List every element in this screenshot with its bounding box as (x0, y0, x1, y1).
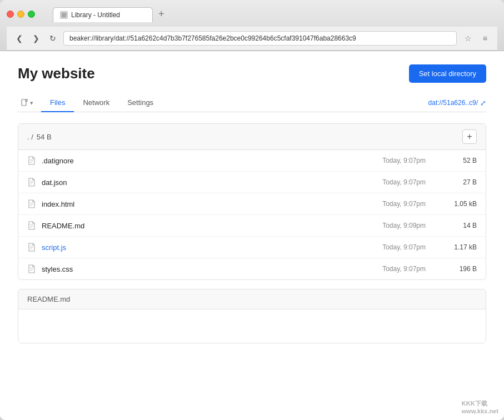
file-size: 1.17 kB (443, 243, 477, 251)
maximize-button[interactable] (28, 11, 35, 18)
table-row[interactable]: styles.css Today, 9:07pm 196 B (18, 258, 486, 279)
set-local-directory-button[interactable]: Set local directory (409, 64, 486, 83)
tab-favicon (60, 11, 68, 19)
file-name: dat.json (42, 178, 365, 187)
back-button[interactable]: ❮ (13, 33, 26, 44)
external-link-icon: ⤢ (480, 99, 486, 107)
file-name: index.html (42, 200, 365, 208)
dat-link-text: dat://51a626..c9/ (428, 99, 478, 107)
file-date: Today, 9:07pm (365, 157, 426, 164)
file-type-icon (27, 264, 36, 273)
file-browser: . / 54 B + .datignore Today, 9:07pm 52 B (18, 123, 486, 280)
page-title: My website (18, 65, 95, 82)
file-date: Today, 9:07pm (365, 243, 426, 251)
file-size: 14 B (443, 222, 477, 229)
traffic-lights (7, 11, 35, 18)
browser-window: Library - Untitled + ❮ ❯ ↻ beaker://libr… (0, 0, 504, 420)
file-type-icon (27, 243, 36, 252)
file-type-icon (27, 199, 36, 208)
minimize-button[interactable] (17, 11, 24, 18)
file-date: Today, 9:07pm (365, 178, 426, 186)
file-list: .datignore Today, 9:07pm 52 B dat.json T… (18, 150, 486, 279)
url-text: beaker://library/dat://51a6262c4d7b3b7f2… (69, 34, 356, 42)
watermark-line2: www.kkx.net (462, 408, 498, 414)
dat-link[interactable]: dat://51a626..c9/ ⤢ (428, 99, 486, 107)
file-icon-area[interactable]: ▾ (18, 94, 37, 112)
file-name: README.md (42, 222, 365, 230)
tabs-row: ▾ Files Network Settings dat://51a626..c… (18, 94, 486, 112)
file-date: Today, 9:07pm (365, 265, 426, 273)
address-bar: ❮ ❯ ↻ beaker://library/dat://51a6262c4d7… (7, 27, 497, 51)
file-date: Today, 9:09pm (365, 222, 426, 229)
path-info: . / 54 B (27, 133, 52, 141)
watermark: KKK下载 www.kkx.net (462, 399, 498, 414)
table-row[interactable]: script.js Today, 9:07pm 1.17 kB (18, 237, 486, 258)
page-content: My website Set local directory ▾ Files N… (0, 51, 504, 420)
chevron-icon[interactable]: ▾ (30, 99, 33, 107)
forward-button[interactable]: ❯ (30, 33, 42, 44)
table-row[interactable]: README.md Today, 9:09pm 14 B (18, 215, 486, 237)
readme-body (18, 309, 486, 343)
active-tab[interactable]: Library - Untitled (53, 7, 153, 22)
add-file-button[interactable]: + (462, 129, 477, 144)
tab-network[interactable]: Network (74, 94, 118, 112)
tab-files[interactable]: Files (41, 94, 74, 112)
document-icon (21, 99, 28, 107)
watermark-line1: KKK下载 (462, 399, 498, 408)
title-bar: Library - Untitled + ❮ ❯ ↻ beaker://libr… (0, 0, 504, 51)
page-header: My website Set local directory (18, 64, 486, 83)
table-row[interactable]: .datignore Today, 9:07pm 52 B (18, 150, 486, 172)
svg-rect-0 (62, 13, 66, 17)
file-browser-header: . / 54 B + (18, 124, 486, 150)
close-button[interactable] (7, 11, 14, 18)
file-size: 196 B (443, 265, 477, 273)
file-date: Today, 9:07pm (365, 200, 426, 208)
title-bar-top: Library - Untitled + (7, 6, 497, 22)
file-type-icon (27, 156, 36, 165)
file-name: .datignore (42, 157, 365, 165)
svg-rect-2 (26, 99, 27, 101)
readme-header: README.md (18, 289, 486, 309)
table-row[interactable]: dat.json Today, 9:07pm 27 B (18, 172, 486, 193)
new-tab-button[interactable]: + (153, 6, 170, 22)
table-row[interactable]: index.html Today, 9:07pm 1.05 kB (18, 193, 486, 215)
path-text: . / (27, 133, 33, 141)
menu-icon[interactable]: ≡ (480, 32, 491, 45)
file-name: styles.css (42, 265, 365, 273)
file-size: 27 B (443, 178, 477, 186)
file-name[interactable]: script.js (42, 243, 365, 252)
bookmark-icon[interactable]: ☆ (461, 32, 475, 45)
file-size: 52 B (443, 157, 477, 164)
reload-button[interactable]: ↻ (47, 33, 59, 44)
file-type-icon (27, 221, 36, 230)
file-size: 1.05 kB (443, 200, 477, 208)
readme-section: README.md (18, 289, 486, 343)
url-bar[interactable]: beaker://library/dat://51a6262c4d7b3b7f2… (63, 31, 457, 46)
tab-settings[interactable]: Settings (118, 94, 162, 112)
file-type-icon (27, 178, 36, 187)
path-size: 54 B (37, 133, 52, 141)
tab-title: Library - Untitled (71, 11, 120, 19)
tab-bar: Library - Untitled + (53, 6, 170, 22)
